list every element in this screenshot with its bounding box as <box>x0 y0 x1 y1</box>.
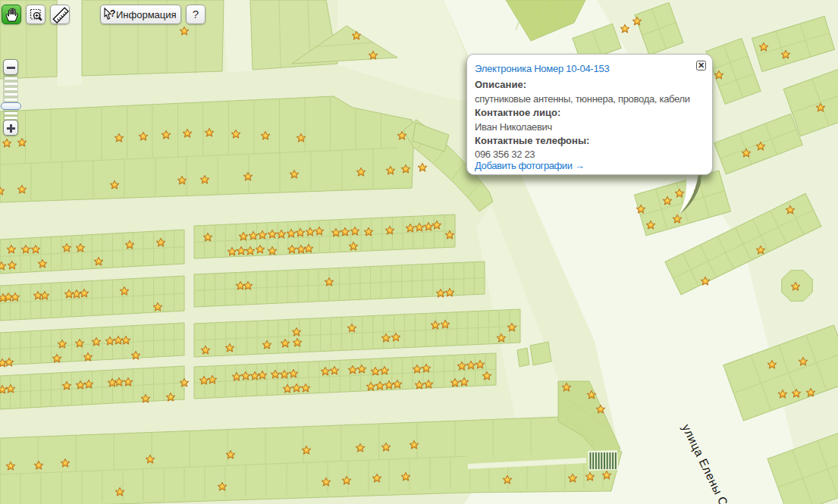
svg-text:?: ? <box>110 8 115 19</box>
